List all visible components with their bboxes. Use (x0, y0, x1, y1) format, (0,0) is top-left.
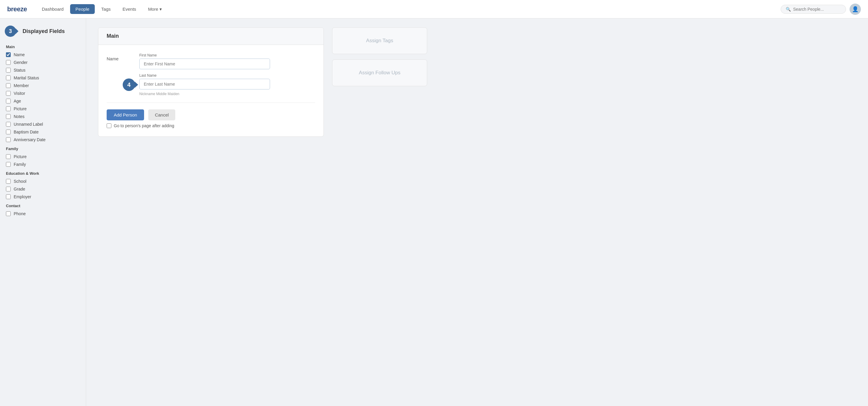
sidebar-label-phone[interactable]: Phone (14, 211, 26, 216)
sidebar-label-status[interactable]: Status (14, 68, 26, 72)
checkbox-notes[interactable] (6, 114, 11, 119)
sidebar-label-school[interactable]: School (14, 179, 26, 184)
nav-tags[interactable]: Tags (96, 4, 116, 14)
nav-events[interactable]: Events (117, 4, 142, 14)
sidebar-item-gender[interactable]: Gender (0, 59, 86, 66)
sidebar-item-family[interactable]: Family (0, 161, 86, 168)
sidebar-label-notes[interactable]: Notes (14, 114, 25, 119)
search-icon: 🔍 (786, 7, 791, 11)
checkbox-status[interactable] (6, 68, 11, 72)
sidebar-label-baptism-date[interactable]: Baptism Date (14, 129, 39, 134)
add-person-button[interactable]: Add Person (106, 109, 144, 120)
checkbox-marital-status[interactable] (6, 76, 11, 80)
nav-more[interactable]: More ▾ (143, 4, 167, 14)
sidebar-label-gender[interactable]: Gender (14, 60, 28, 65)
sidebar-label-anniversary-date[interactable]: Anniversary Date (14, 137, 45, 142)
search-input[interactable] (793, 7, 841, 11)
assign-tags-label: Assign Tags (366, 38, 393, 44)
sidebar-item-baptism-date[interactable]: Baptism Date (0, 128, 86, 136)
checkbox-phone[interactable] (6, 211, 11, 216)
sidebar-label-age[interactable]: Age (14, 99, 21, 104)
last-name-label: Last Name (139, 74, 315, 78)
person-icon: 👤 (852, 6, 859, 12)
page-wrapper: 3 Displayed Fields Main Name Gender Stat… (0, 19, 868, 406)
sidebar-label-employer[interactable]: Employer (14, 194, 31, 199)
sidebar-label-member[interactable]: Member (14, 83, 29, 88)
checkbox-baptism-date[interactable] (6, 129, 11, 134)
checkbox-visitor[interactable] (6, 91, 11, 96)
nav-right: 🔍 👤 (781, 4, 861, 15)
step4-badge: 4 (123, 79, 135, 91)
cancel-button[interactable]: Cancel (148, 109, 175, 120)
goto-page-checkbox[interactable] (106, 123, 112, 128)
sidebar-label-marital-status[interactable]: Marital Status (14, 76, 39, 80)
sidebar-label-grade[interactable]: Grade (14, 187, 25, 192)
section-family-label: Family (0, 144, 86, 153)
sidebar-item-notes[interactable]: Notes (0, 113, 86, 120)
sidebar-title: Displayed Fields (23, 28, 65, 34)
assign-tags-card[interactable]: Assign Tags (332, 27, 427, 54)
last-name-group: 4 Last Name Nickname Middle Maiden (139, 74, 315, 96)
sidebar-item-picture[interactable]: Picture (0, 105, 86, 113)
section-education-label: Education & Work (0, 168, 86, 177)
app-logo[interactable]: breeze (7, 5, 27, 13)
sidebar-item-member[interactable]: Member (0, 82, 86, 89)
goto-label[interactable]: Go to person's page after adding (114, 123, 174, 128)
sidebar-item-family-picture[interactable]: Picture (0, 153, 86, 161)
sidebar-label-unnamed[interactable]: Unnamed Label (14, 122, 43, 126)
form-section-title: Main (106, 33, 315, 39)
search-bar[interactable]: 🔍 (781, 5, 846, 14)
sidebar-item-status[interactable]: Status (0, 66, 86, 74)
sidebar-item-marital-status[interactable]: Marital Status (0, 74, 86, 82)
sidebar-label-family[interactable]: Family (14, 162, 26, 167)
nav-links: Dashboard People Tags Events More ▾ (36, 4, 167, 14)
checkbox-age[interactable] (6, 99, 11, 104)
checkbox-employer[interactable] (6, 194, 11, 199)
first-name-label: First Name (139, 53, 315, 57)
goto-checkbox-row[interactable]: Go to person's page after adding (106, 123, 315, 128)
sidebar-item-employer[interactable]: Employer (0, 193, 86, 201)
sidebar-item-school[interactable]: School (0, 177, 86, 185)
chevron-down-icon: ▾ (159, 6, 162, 12)
checkbox-school[interactable] (6, 179, 11, 184)
checkbox-unnamed-label[interactable] (6, 122, 11, 126)
sidebar-item-name[interactable]: Name (0, 51, 86, 59)
navbar: breeze Dashboard People Tags Events More… (0, 0, 868, 19)
sidebar-label-visitor[interactable]: Visitor (14, 91, 25, 96)
sidebar-item-age[interactable]: Age (0, 97, 86, 105)
sidebar-item-visitor[interactable]: Visitor (0, 89, 86, 97)
avatar[interactable]: 👤 (849, 4, 861, 15)
sidebar-item-phone[interactable]: Phone (0, 210, 86, 218)
form-actions: Add Person Cancel (106, 109, 315, 120)
name-row: Name First Name 4 Last Name Nickname Mid… (106, 53, 315, 96)
name-fields: First Name 4 Last Name Nickname Middle M… (139, 53, 315, 96)
checkbox-grade[interactable] (6, 187, 11, 192)
form-divider (106, 103, 315, 103)
sidebar-label-family-picture[interactable]: Picture (14, 154, 27, 159)
checkbox-picture[interactable] (6, 107, 11, 111)
sidebar-header: 3 Displayed Fields (0, 24, 86, 41)
sidebar-item-anniversary-date[interactable]: Anniversary Date (0, 136, 86, 144)
last-name-input[interactable] (139, 79, 270, 89)
form-card-header: Main (98, 28, 323, 45)
section-contact-label: Contact (0, 201, 86, 210)
assign-followups-card[interactable]: Assign Follow Ups (332, 59, 427, 86)
sidebar: 3 Displayed Fields Main Name Gender Stat… (0, 19, 86, 406)
checkbox-gender[interactable] (6, 60, 11, 65)
sidebar-label-picture[interactable]: Picture (14, 107, 27, 111)
form-panel: Main Name First Name 4 Last Name (98, 27, 324, 397)
first-name-input[interactable] (139, 59, 270, 69)
checkbox-member[interactable] (6, 83, 11, 88)
assign-followups-label: Assign Follow Ups (359, 70, 400, 76)
sidebar-item-unnamed-label[interactable]: Unnamed Label (0, 120, 86, 128)
right-panel: Assign Tags Assign Follow Ups (332, 27, 427, 397)
checkbox-family-picture[interactable] (6, 154, 11, 159)
checkbox-anniversary-date[interactable] (6, 137, 11, 142)
nav-people[interactable]: People (70, 4, 95, 14)
form-card: Main Name First Name 4 Last Name (98, 27, 324, 137)
sidebar-item-grade[interactable]: Grade (0, 185, 86, 193)
checkbox-name[interactable] (6, 52, 11, 57)
nav-dashboard[interactable]: Dashboard (36, 4, 69, 14)
sidebar-label-name[interactable]: Name (14, 52, 25, 57)
checkbox-family[interactable] (6, 162, 11, 167)
